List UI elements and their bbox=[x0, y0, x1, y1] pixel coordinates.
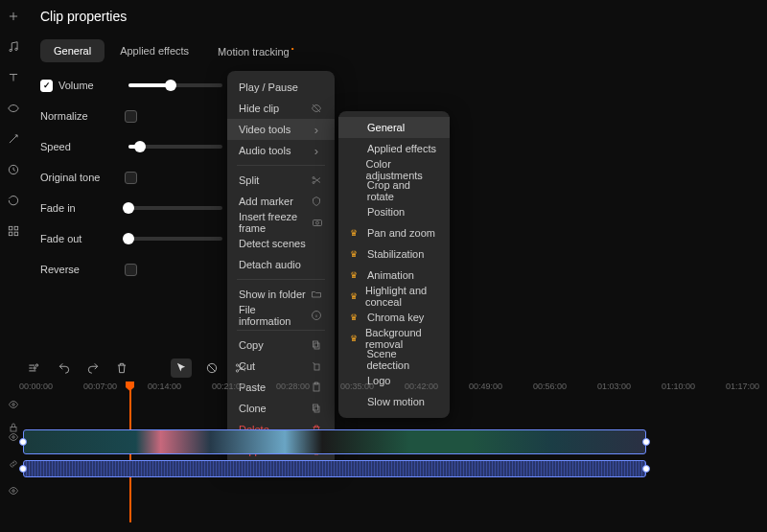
submenu-item[interactable]: ♛Stabilization bbox=[338, 243, 450, 265]
svg-point-24 bbox=[12, 404, 15, 406]
svg-rect-4 bbox=[14, 226, 18, 230]
video-track[interactable] bbox=[23, 429, 759, 454]
svg-rect-14 bbox=[314, 364, 319, 370]
audio-clip[interactable] bbox=[23, 460, 646, 477]
fade-out-slider[interactable] bbox=[128, 237, 222, 241]
delete-icon[interactable] bbox=[113, 359, 130, 377]
grid-icon[interactable] bbox=[5, 222, 22, 240]
ruler-tick: 01:10:00 bbox=[662, 382, 695, 391]
music-icon[interactable] bbox=[5, 38, 22, 56]
eye-icon[interactable] bbox=[8, 399, 19, 412]
clock-icon[interactable] bbox=[5, 161, 22, 178]
rotate-icon[interactable] bbox=[5, 192, 22, 209]
plus-icon[interactable] bbox=[5, 8, 22, 25]
redo-icon[interactable] bbox=[84, 359, 102, 377]
submenu-item[interactable]: ♛Crop and rotate bbox=[338, 180, 450, 201]
menu-copy[interactable]: Copy bbox=[227, 335, 335, 356]
submenu-item[interactable]: ♛Color adjustments bbox=[338, 159, 450, 180]
context-menu: Play / Pause Hide clip Video tools Audio… bbox=[227, 71, 335, 467]
mask-icon[interactable] bbox=[5, 100, 22, 117]
original-tone-checkbox[interactable] bbox=[125, 172, 137, 184]
submenu-item[interactable]: ♛Pan and zoom bbox=[338, 222, 450, 243]
timeline-toolbar bbox=[25, 359, 249, 378]
submenu-item[interactable]: ♛Chroma key bbox=[338, 307, 450, 328]
svg-point-10 bbox=[316, 221, 319, 224]
submenu-item[interactable]: ♛Background removal bbox=[338, 328, 450, 349]
prop-fade-in: Fade in bbox=[40, 199, 222, 217]
menu-hide-clip[interactable]: Hide clip bbox=[227, 98, 335, 119]
submenu-label: Position bbox=[367, 206, 405, 218]
submenu-item[interactable]: ♛General bbox=[338, 117, 450, 138]
volume-slider[interactable] bbox=[128, 83, 222, 87]
ruler-tick: 00:42:00 bbox=[405, 382, 438, 391]
tab-motion-tracking[interactable]: Motion tracking• bbox=[204, 38, 307, 63]
menu-split[interactable]: Split bbox=[227, 170, 335, 191]
menu-show-folder[interactable]: Show in folder bbox=[227, 284, 335, 305]
speed-slider[interactable] bbox=[128, 145, 222, 149]
clip-handle-right[interactable] bbox=[642, 438, 650, 446]
submenu-label: Applied effects bbox=[367, 143, 436, 154]
clip-handle-left[interactable] bbox=[19, 465, 27, 473]
cut-icon bbox=[310, 359, 323, 373]
settings-icon[interactable] bbox=[25, 359, 42, 377]
submenu-item[interactable]: ♛Position bbox=[338, 201, 450, 222]
submenu-label: Animation bbox=[367, 269, 414, 281]
menu-separator bbox=[237, 330, 325, 331]
svg-rect-13 bbox=[314, 341, 318, 347]
crown-icon: ♛ bbox=[350, 228, 360, 238]
svg-point-27 bbox=[12, 490, 15, 493]
pointer-icon[interactable] bbox=[171, 359, 192, 378]
normalize-checkbox[interactable] bbox=[125, 110, 137, 123]
submenu-label: Color adjustments bbox=[366, 158, 438, 181]
clip-handle-right[interactable] bbox=[642, 465, 650, 473]
scissors-icon bbox=[310, 173, 323, 187]
menu-audio-tools[interactable]: Audio tools bbox=[227, 140, 335, 161]
menu-add-marker[interactable]: Add marker bbox=[227, 191, 335, 212]
eye-icon[interactable] bbox=[8, 431, 19, 445]
menu-clone[interactable]: Clone bbox=[227, 398, 335, 419]
menu-video-tools[interactable]: Video tools bbox=[227, 119, 335, 140]
volume-checkbox[interactable] bbox=[40, 80, 53, 92]
prop-speed: Speed bbox=[40, 138, 222, 155]
svg-rect-9 bbox=[314, 220, 322, 226]
submenu-item[interactable]: ♛Highlight and conceal bbox=[338, 286, 450, 307]
submenu-label: Highlight and conceal bbox=[365, 285, 438, 308]
svg-point-19 bbox=[35, 364, 37, 366]
submenu-item[interactable]: ♛Scene detection bbox=[338, 349, 450, 370]
prop-volume: Volume bbox=[40, 77, 222, 94]
menu-freeze-frame[interactable]: Insert freeze frame bbox=[227, 212, 335, 233]
menu-separator bbox=[237, 279, 325, 280]
menu-detect-scenes[interactable]: Detect scenes bbox=[227, 233, 335, 254]
submenu-item[interactable]: ♛Applied effects bbox=[338, 138, 450, 159]
eye-icon[interactable] bbox=[8, 485, 19, 498]
link-icon[interactable] bbox=[8, 458, 19, 472]
tab-general[interactable]: General bbox=[40, 39, 105, 62]
svg-rect-18 bbox=[314, 405, 318, 410]
crown-icon: ♛ bbox=[350, 291, 358, 301]
clone-icon bbox=[310, 402, 323, 415]
undo-icon[interactable] bbox=[56, 359, 73, 377]
camera-icon bbox=[312, 216, 323, 229]
svg-rect-3 bbox=[9, 226, 12, 230]
marker-icon bbox=[310, 195, 323, 208]
split-icon[interactable] bbox=[232, 359, 249, 377]
tab-applied-effects[interactable]: Applied effects bbox=[106, 39, 202, 62]
chevron-right-icon bbox=[310, 144, 323, 157]
tabs: General Applied effects Motion tracking• bbox=[40, 38, 308, 63]
reverse-checkbox[interactable] bbox=[125, 264, 137, 276]
wand-icon[interactable] bbox=[5, 130, 22, 148]
text-icon[interactable] bbox=[5, 69, 22, 86]
audio-track[interactable] bbox=[23, 460, 759, 477]
menu-file-info[interactable]: File information bbox=[227, 305, 335, 326]
video-clip[interactable] bbox=[23, 429, 646, 454]
ruler-tick: 00:56:00 bbox=[533, 382, 567, 391]
properties-panel: Volume Normalize Speed Original tone Fad… bbox=[40, 77, 222, 278]
video-tools-submenu: ♛General♛Applied effects♛Color adjustmen… bbox=[338, 111, 450, 418]
menu-detach-audio[interactable]: Detach audio bbox=[227, 254, 335, 275]
submenu-item[interactable]: ♛Animation bbox=[338, 265, 450, 286]
disable-icon[interactable] bbox=[203, 359, 221, 377]
ruler-tick: 01:17:00 bbox=[726, 382, 759, 391]
menu-play-pause[interactable]: Play / Pause bbox=[227, 77, 335, 98]
clip-handle-left[interactable] bbox=[19, 438, 27, 446]
fade-in-slider[interactable] bbox=[128, 206, 222, 210]
